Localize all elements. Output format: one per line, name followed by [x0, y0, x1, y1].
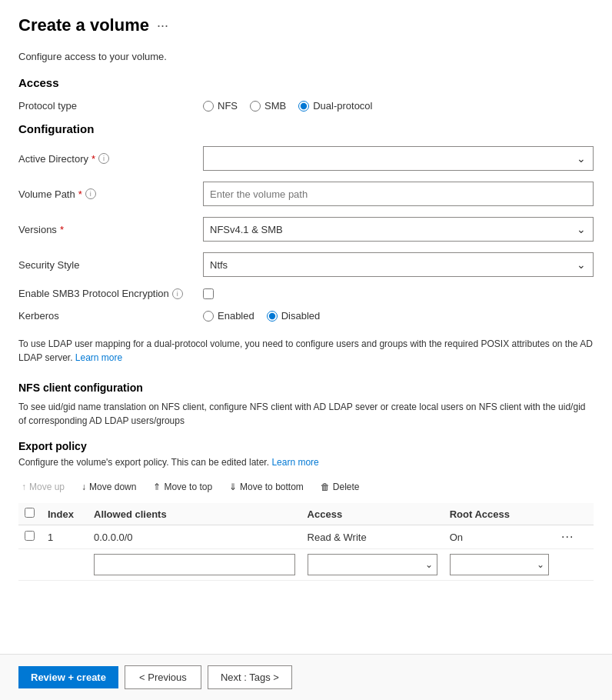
export-section-title: Export policy	[18, 440, 594, 452]
row-allowed-clients-cell: 0.0.0.0/0	[88, 525, 301, 549]
th-checkbox	[18, 503, 42, 525]
security-style-select-wrapper: Ntfs Unix Mixed	[203, 252, 594, 277]
main-content: Create a volume ··· Configure access to …	[0, 0, 612, 654]
versions-select-wrapper: NFSv4.1 & SMB NFSv3 & SMB	[203, 217, 594, 242]
nfs-radio[interactable]	[203, 101, 214, 112]
active-directory-select[interactable]	[203, 146, 594, 171]
active-directory-label: Active Directory * i	[18, 153, 203, 165]
kerberos-enabled-label: Enabled	[218, 310, 254, 322]
new-row-root-access-cell: On Off	[444, 549, 555, 581]
move-to-bottom-button[interactable]: ⇓ Move to bottom	[226, 480, 307, 494]
protocol-type-label: Protocol type	[18, 100, 203, 112]
kerberos-disabled-option[interactable]: Disabled	[267, 310, 321, 322]
new-row-root-access-select[interactable]: On Off	[450, 554, 549, 575]
review-create-button[interactable]: Review + create	[18, 666, 118, 688]
move-down-button[interactable]: ↓ Move down	[78, 480, 139, 494]
table-row: 1 0.0.0.0/0 Read & Write On ···	[18, 525, 594, 549]
kerberos-control: Enabled Disabled	[203, 310, 594, 322]
th-allowed-clients: Allowed clients	[88, 503, 301, 525]
security-style-select[interactable]: Ntfs Unix Mixed	[203, 252, 594, 277]
protocol-type-row: Protocol type NFS SMB Dual-protocol	[18, 100, 594, 112]
row-checkbox[interactable]	[25, 531, 35, 541]
security-style-label: Security Style	[18, 259, 203, 271]
new-row-index-cell	[42, 549, 88, 581]
move-up-icon: ↑	[22, 482, 26, 492]
row-checkbox-cell	[18, 525, 42, 549]
page-title: Create a volume	[18, 15, 149, 35]
th-access: Access	[301, 503, 444, 525]
export-policy-table: Index Allowed clients Access Root Access…	[18, 503, 594, 581]
active-directory-required: *	[91, 153, 95, 165]
volume-path-info-icon[interactable]: i	[85, 188, 96, 199]
volume-path-required: *	[78, 188, 82, 200]
dual-protocol-radio-option[interactable]: Dual-protocol	[298, 100, 372, 112]
row-root-access-cell: On	[444, 525, 555, 549]
versions-select[interactable]: NFSv4.1 & SMB NFSv3 & SMB	[203, 217, 594, 242]
smb-radio[interactable]	[250, 101, 261, 112]
nfs-label: NFS	[218, 100, 238, 112]
nfs-radio-option[interactable]: NFS	[203, 100, 238, 112]
kerberos-enabled-option[interactable]: Enabled	[203, 310, 254, 322]
smb-radio-option[interactable]: SMB	[250, 100, 286, 112]
th-root-access: Root Access	[444, 503, 555, 525]
export-learn-more-link[interactable]: Learn more	[271, 457, 318, 468]
volume-path-input[interactable]	[203, 182, 594, 206]
dual-protocol-radio[interactable]	[298, 101, 309, 112]
row-root-access: On	[450, 532, 463, 543]
ldap-info-text: To use LDAP user mapping for a dual-prot…	[18, 332, 594, 369]
kerberos-row: Kerberos Enabled Disabled	[18, 310, 594, 322]
move-to-top-button[interactable]: ⇑ Move to top	[150, 480, 215, 494]
new-row-access-select[interactable]: Read & Write Read Only	[308, 554, 437, 575]
versions-required: *	[60, 224, 64, 235]
table-new-row: Read & Write Read Only On Off	[18, 549, 594, 581]
move-to-top-icon: ⇑	[153, 482, 161, 492]
page-header: Create a volume ···	[18, 15, 594, 35]
ldap-learn-more-link[interactable]: Learn more	[75, 352, 122, 363]
active-directory-info-icon[interactable]: i	[98, 153, 109, 164]
next-button[interactable]: Next : Tags >	[208, 665, 292, 689]
page-subtitle: Configure access to your volume.	[18, 51, 594, 62]
delete-icon: 🗑	[321, 482, 330, 492]
kerberos-label: Kerberos	[18, 310, 203, 322]
new-row-allowed-clients-input[interactable]	[94, 554, 295, 575]
new-row-root-access-select-wrapper: On Off	[450, 554, 549, 575]
smb3-encryption-info-icon[interactable]: i	[172, 288, 183, 299]
smb3-encryption-label: Enable SMB3 Protocol Encryption i	[18, 288, 203, 299]
versions-row: Versions * NFSv4.1 & SMB NFSv3 & SMB	[18, 217, 594, 242]
smb3-encryption-checkbox[interactable]	[203, 288, 214, 299]
row-more-icon[interactable]: ···	[561, 530, 574, 543]
kerberos-disabled-radio[interactable]	[267, 311, 278, 322]
delete-button[interactable]: 🗑 Delete	[318, 480, 363, 494]
protocol-radio-group: NFS SMB Dual-protocol	[203, 100, 594, 112]
access-section-title: Access	[18, 76, 594, 89]
th-index: Index	[42, 503, 88, 525]
volume-path-control	[203, 182, 594, 206]
volume-path-label: Volume Path * i	[18, 188, 203, 200]
new-row-access-select-wrapper: Read & Write Read Only	[308, 554, 437, 575]
kerberos-radio-group: Enabled Disabled	[203, 310, 594, 322]
security-style-control: Ntfs Unix Mixed	[203, 252, 594, 277]
protocol-type-control: NFS SMB Dual-protocol	[203, 100, 594, 112]
more-options-icon[interactable]: ···	[157, 18, 168, 34]
move-down-icon: ↓	[81, 482, 86, 492]
row-index: 1	[48, 532, 53, 543]
th-actions	[555, 503, 594, 525]
kerberos-enabled-radio[interactable]	[203, 311, 214, 322]
kerberos-disabled-label: Disabled	[281, 310, 321, 322]
security-style-row: Security Style Ntfs Unix Mixed	[18, 252, 594, 277]
volume-path-row: Volume Path * i	[18, 182, 594, 206]
previous-button[interactable]: < Previous	[125, 665, 201, 689]
nfs-section-title: NFS client configuration	[18, 382, 594, 394]
configuration-section-title: Configuration	[18, 122, 594, 135]
move-up-button[interactable]: ↑ Move up	[18, 480, 68, 494]
new-row-access-cell: Read & Write Read Only	[301, 549, 444, 581]
dual-protocol-label: Dual-protocol	[313, 100, 372, 112]
active-directory-row: Active Directory * i	[18, 146, 594, 171]
new-row-allowed-clients-cell	[88, 549, 301, 581]
active-directory-select-wrapper	[203, 146, 594, 171]
row-index-cell: 1	[42, 525, 88, 549]
row-more-cell: ···	[555, 525, 594, 549]
export-description: Configure the volume's export policy. Th…	[18, 457, 594, 468]
new-row-actions-cell	[555, 549, 594, 581]
select-all-checkbox[interactable]	[25, 508, 35, 518]
